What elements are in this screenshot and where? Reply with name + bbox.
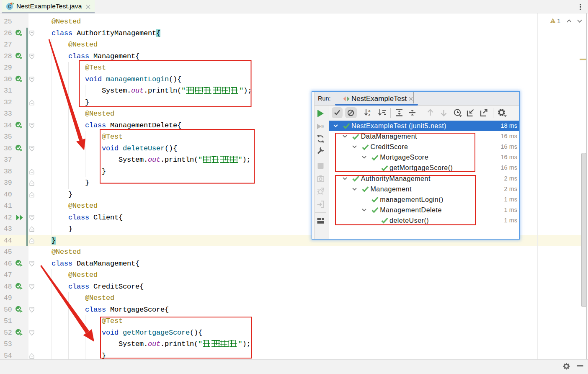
svg-text:C: C — [8, 4, 11, 10]
svg-text:z: z — [369, 113, 371, 116]
svg-text:9: 9 — [321, 124, 324, 129]
